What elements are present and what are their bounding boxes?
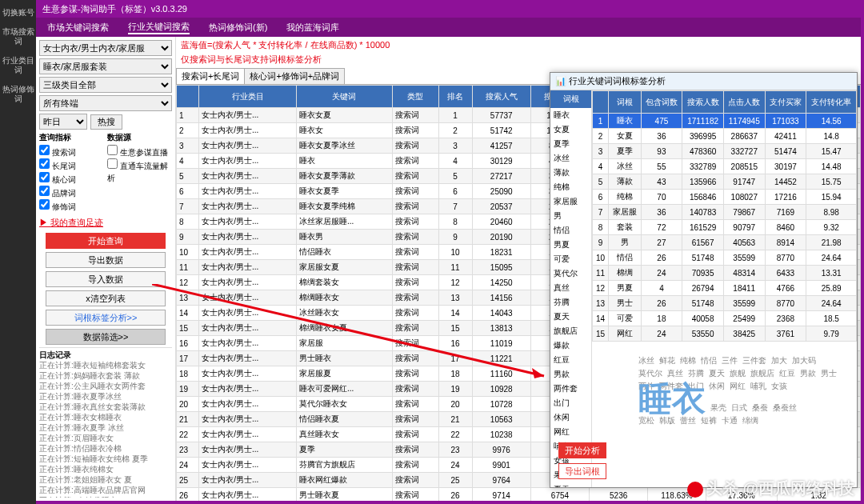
check-hd2: 数据源: [107, 132, 172, 143]
root-item[interactable]: 睡衣: [550, 108, 591, 122]
cat3-select[interactable]: 三级类目全部: [39, 77, 172, 93]
table-row[interactable]: 13男士265174835599877024.64: [593, 296, 857, 311]
cat4-select[interactable]: 所有终端: [39, 95, 172, 111]
root-item[interactable]: 冰丝: [550, 151, 591, 166]
app-leftbar: 切换账号 市场搜索词 行业类目词 热词修饰词: [0, 0, 36, 504]
table-row[interactable]: 11棉绸247093548314643313.31: [593, 266, 857, 281]
tab-hot[interactable]: 热词修饰词(新): [209, 22, 267, 34]
rp-title: 📊 行业关键词词根标签分析: [550, 73, 857, 90]
root-item[interactable]: 家居服: [550, 194, 591, 209]
leftbar-item[interactable]: 切换账号: [0, 3, 36, 22]
rp-start-button[interactable]: 开始分析: [558, 442, 606, 458]
table-row[interactable]: 15网红24535503842537619.79: [593, 326, 857, 342]
check-hd1: 查询指标: [39, 132, 104, 143]
root-list-hd: 词根: [550, 90, 591, 108]
chk-sy[interactable]: 生意参谋直播: [107, 145, 172, 158]
root-item[interactable]: 两件套: [550, 382, 591, 396]
root-item[interactable]: 薄款: [550, 166, 591, 180]
root-item[interactable]: 男: [550, 209, 591, 223]
root-item[interactable]: 男夏: [550, 238, 591, 252]
root-item[interactable]: 出门: [550, 396, 591, 410]
table-row[interactable]: 5薄款43135966917471445215.75: [593, 174, 857, 190]
log-panel: 日志记录 正在计算:睡衣短袖纯棉套装女正在计算:妈妈睡衣套装 薄款正在计算:公主…: [39, 347, 172, 498]
table-row[interactable]: 2女夏363969952866374241114.8: [593, 129, 857, 144]
analyze-button[interactable]: 词根标签分析>>: [46, 310, 166, 326]
root-item[interactable]: 爆款: [550, 338, 591, 353]
filter-column: 女士内衣/男士内衣/家居服 睡衣/家居服套装 三级类目全部 所有终端 昨日 热搜…: [36, 37, 176, 501]
table-row[interactable]: 12男夏42679418411476625.89: [593, 281, 857, 296]
titlebar: 生意参谋-淘词助手（标签）v3.0.3.29: [36, 0, 864, 18]
root-item[interactable]: 夏天: [550, 310, 591, 324]
top-tabs: 市场关键词搜索 行业关键词搜索 热词修饰词(新) 我的蓝海词库: [36, 18, 861, 37]
day-select[interactable]: 昨日: [39, 114, 87, 130]
subtab-2[interactable]: 核心词+修饰词+品牌词: [244, 68, 345, 84]
footprint-link[interactable]: ▶ 我的查询足迹: [39, 215, 172, 230]
start-button[interactable]: 开始查询: [46, 233, 166, 249]
cat2-select[interactable]: 睡衣/家居服套装: [39, 58, 172, 74]
cat1-select[interactable]: 女士内衣/男士内衣/家居服: [39, 40, 172, 56]
root-item[interactable]: 莫代尔: [550, 266, 591, 281]
table-row[interactable]: 9男276156740563891421.98: [593, 235, 857, 250]
chk-zt[interactable]: 直通车流量解析: [107, 158, 172, 184]
leftbar-item[interactable]: 行业类目词: [0, 51, 36, 80]
export-button[interactable]: 导出数据: [46, 252, 166, 268]
filter-button[interactable]: 数据筛选>>: [46, 329, 166, 345]
root-item[interactable]: 可爱: [550, 252, 591, 266]
subtab-1[interactable]: 搜索词+长尾词: [176, 68, 245, 84]
table-row[interactable]: 6纯棉701568461080271721615.94: [593, 190, 857, 205]
table-row[interactable]: 10情侣265174835599877024.64: [593, 250, 857, 266]
root-item[interactable]: 女夏: [550, 122, 591, 137]
leftbar-item[interactable]: 市场搜索词: [0, 22, 36, 51]
root-item[interactable]: 芬腾: [550, 295, 591, 310]
chk-mod[interactable]: 修饰词: [39, 199, 104, 213]
table-row[interactable]: 1睡衣4751711182117494517103314.56: [593, 114, 857, 129]
root-list[interactable]: 词根 睡衣女夏夏季冰丝薄款纯棉家居服男情侣男夏可爱莫代尔真丝芬腾夏天旗舰店爆款红…: [550, 90, 592, 487]
chk-brand[interactable]: 品牌词: [39, 186, 104, 199]
root-item[interactable]: 情侣: [550, 223, 591, 238]
root-item[interactable]: 真丝: [550, 281, 591, 295]
root-item[interactable]: 红豆: [550, 353, 591, 367]
hot-button[interactable]: 热搜: [90, 114, 122, 130]
table-row[interactable]: 14可爱184005825499236818.5: [593, 311, 857, 326]
word-cloud: 冰丝鲜花纯棉情侣三件三件套加大加大码 莫代尔真丝芬腾夏天旗舰旗舰店红豆男款男士 …: [636, 354, 852, 482]
clear-button[interactable]: x清空列表: [46, 290, 166, 306]
warn1: 蓝海值=(搜索人气 * 支付转化率 / 在线商品数) * 10000: [176, 37, 861, 54]
root-analysis-panel: 📊 行业关键词词根标签分析 词根 睡衣女夏夏季冰丝薄款纯棉家居服男情侣男夏可爱莫…: [550, 72, 858, 488]
table-row[interactable]: 7家居服361407837986771698.98: [593, 205, 857, 220]
tab-my[interactable]: 我的蓝海词库: [286, 22, 339, 34]
table-row[interactable]: 4冰丝553327892085153019714.48: [593, 159, 857, 174]
root-item[interactable]: 纯棉: [550, 180, 591, 194]
tab-market[interactable]: 市场关键词搜索: [47, 22, 109, 34]
chk-search[interactable]: 搜索词: [39, 145, 104, 158]
root-item[interactable]: 旗舰店: [550, 324, 591, 338]
leftbar-item[interactable]: 热词修饰词: [0, 80, 36, 109]
rp-export-button[interactable]: 导出词根: [558, 463, 606, 479]
import-button[interactable]: 导入数据: [46, 271, 166, 287]
tab-industry[interactable]: 行业关键词搜索: [128, 21, 190, 34]
watermark: 头杀 @西瓜网络科技: [687, 478, 854, 499]
chk-core[interactable]: 核心词: [39, 172, 104, 186]
chk-long[interactable]: 长尾词: [39, 158, 104, 172]
table-row[interactable]: 8套装721615299079784609.32: [593, 220, 857, 235]
table-row[interactable]: 3夏季934783603327275147415.47: [593, 144, 857, 159]
root-item[interactable]: 夏季: [550, 137, 591, 151]
root-table: 词根包含词数搜索人数点击人数支付买家支付转化率1睡衣47517111821174…: [592, 90, 857, 342]
root-item[interactable]: 男款: [550, 367, 591, 382]
root-item[interactable]: 休闲: [550, 410, 591, 425]
warn2: 仅搜索词与长尾词支持词根标签分析: [176, 54, 861, 68]
